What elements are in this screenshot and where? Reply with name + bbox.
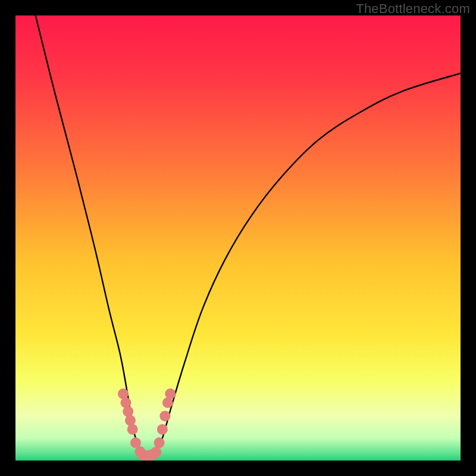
marker-dot: [123, 406, 133, 417]
bottleneck-chart: [15, 15, 461, 461]
chart-frame: TheBottleneck.com: [0, 0, 476, 476]
gradient-background: [15, 15, 461, 461]
watermark-label: TheBottleneck.com: [356, 1, 470, 17]
marker-dot: [154, 437, 165, 448]
marker-dot: [151, 447, 161, 458]
marker-dot: [157, 424, 168, 435]
marker-dot: [159, 411, 170, 421]
marker-dot: [165, 389, 176, 399]
plot-area: [15, 15, 461, 461]
marker-dot: [125, 415, 136, 426]
marker-dot: [121, 397, 131, 408]
marker-dot: [127, 424, 138, 435]
